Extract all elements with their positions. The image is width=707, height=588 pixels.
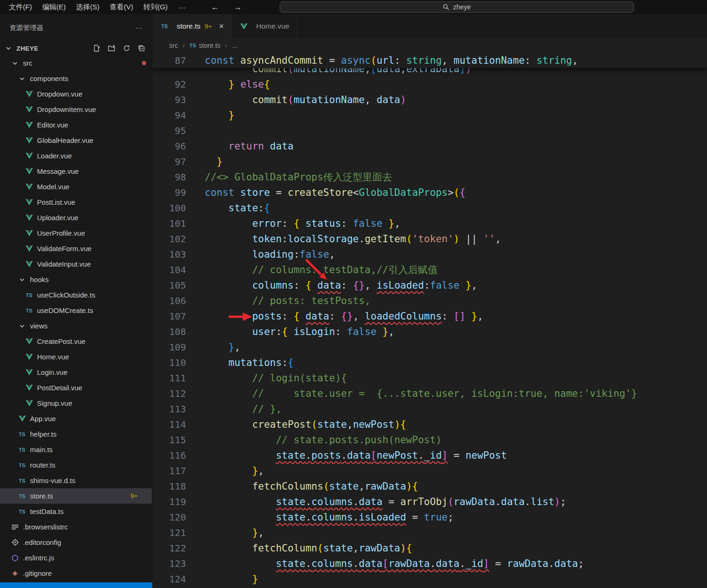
menu-item[interactable]: 编辑(E) [37,0,71,14]
tree-item-dropdown-vue[interactable]: Dropdown.vue [0,86,152,102]
close-icon[interactable]: × [219,22,224,30]
code-line[interactable]: 108 user:{ isLogin: false }, [152,324,707,339]
ts-icon: TS [19,493,25,499]
tree-item-useclickoutside-ts[interactable]: TSuseClickOutside.ts [0,287,152,303]
code-line[interactable]: 115 // state.posts.push(newPost) [152,432,707,447]
code-line[interactable]: 116 state.posts.data[newPost._id] = newP… [152,447,707,463]
code-line[interactable]: 97 } [152,154,707,169]
tree-item-model-vue[interactable]: Model.vue [0,179,152,194]
menu-item[interactable]: 文件(F) [4,0,37,14]
refresh-icon[interactable] [123,45,130,52]
code-line[interactable]: 99const store = createStore<GlobalDataPr… [152,185,707,200]
code-line[interactable]: 112 // state.user = {...state.user, isLo… [152,386,707,401]
code-line[interactable]: 100 state:{ [152,200,707,216]
tree-item-hooks[interactable]: hooks [0,272,152,287]
vue-icon [26,400,33,406]
code-line[interactable]: 123 state.columns.data[rawData.data._id]… [152,556,707,571]
code-line[interactable]: 96 return data [152,138,707,154]
menu-item[interactable]: 查看(V) [104,0,138,14]
tree-item-usedomcreate-ts[interactable]: TSuseDOMCreate.ts [0,303,152,318]
breadcrumb-item-src[interactable]: src [169,42,178,49]
code-line[interactable]: 114 createPost(state,newPost){ [152,417,707,432]
tree-item-signup-vue[interactable]: Signup.vue [0,395,152,411]
tree-item-home-vue[interactable]: Home.vue [0,349,152,365]
code-line[interactable]: 93 commit(mutationName, data) [152,92,707,107]
tree-item-postdetail-vue[interactable]: PostDetail.vue [0,380,152,395]
collapse-all-icon[interactable] [138,45,145,52]
code-line[interactable]: 124 } [152,571,707,587]
code-line[interactable]: 95 [152,123,707,138]
tree-item-login-vue[interactable]: Login.vue [0,365,152,380]
code-line[interactable]: 101 error: { status: false }, [152,216,707,231]
tree-item-createpost-vue[interactable]: CreatePost.vue [0,334,152,349]
code-line[interactable]: 117 }, [152,463,707,478]
back-arrow-icon[interactable]: ← [211,2,219,12]
tree-item-eslintrc-js[interactable]: .eslintrc.js [0,550,152,566]
code-line[interactable]: 103 loading:false, [152,246,707,262]
tree-item-validateinput-vue[interactable]: ValidateInput.vue [0,256,152,272]
code-editor[interactable]: 87const asyncAndCommit = async(url: stri… [152,52,707,588]
explorer-more-button[interactable]: ··· [136,24,143,31]
forward-arrow-icon[interactable]: → [233,2,242,12]
tree-item-main-ts[interactable]: TSmain.ts [0,442,152,457]
project-section-header[interactable]: ZHEYE [0,41,152,55]
code-line[interactable]: 110 mutations:{ [152,355,707,370]
tree-item-label: .eslintrc.js [23,554,54,562]
new-folder-icon[interactable] [108,45,115,52]
tab-label: store.ts [177,22,201,30]
code-line[interactable]: 102 token:localStorage.getItem('token') … [152,231,707,246]
code-line[interactable]: 120 state.columns.isLoaded = true; [152,509,707,525]
tree-item-app-vue[interactable]: App.vue [0,411,152,426]
tree-item-shims-vue-d-ts[interactable]: TSshims-vue.d.ts [0,473,152,488]
tab-store-ts[interactable]: TS store.ts 9+ × [152,14,232,38]
menu-item[interactable]: 选择(S) [71,0,104,14]
code-line[interactable]: 111 // login(state){ [152,370,707,386]
tree-item-src[interactable]: src [0,55,152,71]
tree-item-userprofile-vue[interactable]: UserProfile.vue [0,225,152,241]
tree-item-gitignore[interactable]: .gitignore [0,566,152,581]
code-line[interactable]: 113 // }, [152,401,707,417]
code-line[interactable]: 87const asyncAndCommit = async(url: stri… [152,52,707,68]
new-file-icon[interactable] [93,45,100,52]
tree-item-label: Dropdown.vue [37,90,82,98]
code-line[interactable]: 104 // columns: testData,//引入后赋值 [152,262,707,277]
line-number: 106 [152,295,186,306]
tree-item-browserslistrc[interactable]: .browserslistrc [0,519,152,535]
tree-item-views[interactable]: views [0,318,152,334]
vue-icon [26,122,33,128]
code-line[interactable]: 118 fetchColumns(state,rawData){ [152,478,707,494]
tree-item-store-ts[interactable]: TSstore.ts9+ [0,488,152,504]
tree-item-uploader-vue[interactable]: Uploader.vue [0,210,152,225]
tree-item-testdata-ts[interactable]: TStestData.ts [0,504,152,519]
tree-item-postlist-vue[interactable]: PostList.vue [0,194,152,210]
command-center-search[interactable]: zheye [280,1,634,13]
code-line[interactable]: 92 } else{ [152,76,707,92]
tree-item-dropdownitem-vue[interactable]: DropdownItem.vue [0,102,152,117]
code-line[interactable]: commit(mutationName,[data,extraData]) [152,68,707,76]
code-line[interactable]: 107 posts: { data: {}, loadedColumns: []… [152,308,707,324]
tree-item-router-ts[interactable]: TSrouter.ts [0,457,152,473]
menu-item[interactable]: 转到(G) [138,0,173,14]
code-line[interactable]: 119 state.columns.data = arrToObj(rawDat… [152,494,707,509]
tree-item-helper-ts[interactable]: TShelper.ts [0,426,152,442]
breadcrumb-item-more[interactable]: ... [232,42,238,49]
tree-item-loader-vue[interactable]: Loader.vue [0,148,152,164]
vue-icon [26,106,33,112]
tree-item-components[interactable]: components [0,71,152,86]
menu-more-button[interactable]: ··· [173,3,191,11]
tree-item-validateform-vue[interactable]: ValidateForm.vue [0,241,152,256]
code-line[interactable]: 94 } [152,107,707,123]
tree-item-globalheader-vue[interactable]: GlobalHeader.vue [0,133,152,148]
breadcrumb-item-file[interactable]: TS store.ts [189,42,220,49]
code-line[interactable]: 98//<> GlobalDataProps传入泛型里面去 [152,169,707,185]
code-text: error: { status: false }, [186,218,400,229]
code-line[interactable]: 105 columns: { data: {}, isLoaded:false … [152,277,707,293]
code-line[interactable]: 122 fetchColumn(state,rawData){ [152,540,707,556]
tree-item-editorconfig[interactable]: .editorconfig [0,535,152,550]
tree-item-message-vue[interactable]: Message.vue [0,164,152,179]
code-line[interactable]: 106 // posts: testPosts, [152,293,707,308]
tab-home-vue[interactable]: Home.vue [232,14,298,38]
code-line[interactable]: 121 }, [152,525,707,540]
tree-item-editor-vue[interactable]: Editor.vue [0,117,152,133]
code-line[interactable]: 109 }, [152,339,707,355]
